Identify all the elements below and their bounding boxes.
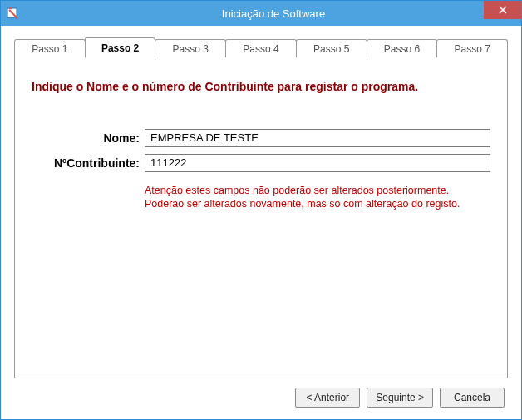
tab-passo-4[interactable]: Passo 4: [225, 39, 297, 57]
tab-panel: Passo 1 Passo 2 Passo 3 Passo 4 Passo 5 …: [14, 39, 508, 379]
tab-passo-3[interactable]: Passo 3: [155, 39, 226, 57]
taxid-input[interactable]: [145, 154, 490, 172]
tab-label: Passo 5: [313, 43, 349, 55]
name-input[interactable]: [145, 129, 490, 147]
tab-label: Passo 4: [243, 43, 278, 55]
tab-passo-1[interactable]: Passo 1: [14, 39, 86, 57]
app-icon: [1, 1, 26, 26]
tab-passo-6[interactable]: Passo 6: [367, 39, 438, 57]
back-button[interactable]: < Anterior: [295, 388, 360, 408]
tab-label: Passo 3: [173, 43, 209, 55]
next-button[interactable]: Seguinte >: [367, 388, 433, 408]
tab-label: Passo 6: [384, 43, 420, 55]
tab-label: Passo 2: [101, 42, 139, 54]
form-row-taxid: NºContribuinte:: [32, 154, 490, 172]
form-row-name: Nome:: [32, 129, 490, 147]
tab-passo-5[interactable]: Passo 5: [296, 39, 367, 57]
warning-text: Atenção estes campos não poderão ser alt…: [145, 184, 485, 212]
taxid-label: NºContribuinte:: [32, 156, 145, 170]
close-button[interactable]: [484, 1, 521, 19]
tab-label: Passo 7: [454, 43, 490, 55]
tab-label: Passo 1: [32, 43, 67, 55]
tab-page: Indique o Nome e o número de Contribuint…: [14, 57, 508, 378]
client-area: Passo 1 Passo 2 Passo 3 Passo 4 Passo 5 …: [1, 26, 521, 419]
titlebar: Iniciação de Software: [1, 1, 521, 26]
name-label: Nome:: [32, 131, 145, 145]
wizard-buttons: < Anterior Seguinte > Cancela: [14, 379, 508, 411]
page-instructions: Indique o Nome e o número de Contribuint…: [32, 79, 490, 129]
tab-strip: Passo 1 Passo 2 Passo 3 Passo 4 Passo 5 …: [14, 39, 508, 57]
tab-passo-7[interactable]: Passo 7: [436, 39, 508, 57]
close-icon: [499, 6, 507, 14]
tab-passo-2[interactable]: Passo 2: [85, 37, 156, 57]
cancel-button[interactable]: Cancela: [440, 388, 505, 408]
window-title: Iniciação de Software: [26, 7, 521, 20]
app-window: Iniciação de Software Passo 1 Passo 2 Pa…: [0, 0, 522, 420]
